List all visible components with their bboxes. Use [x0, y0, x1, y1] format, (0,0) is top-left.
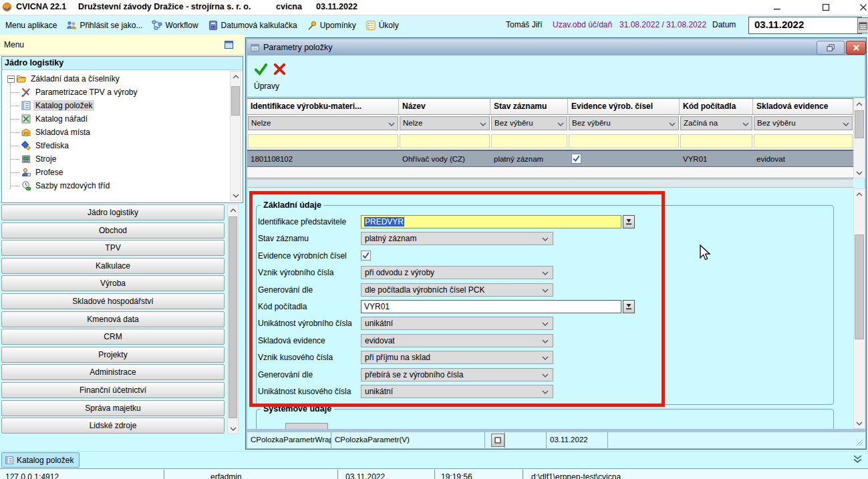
form-scrollbar[interactable]	[853, 188, 865, 429]
lookup-button-identifikace-predstavitele[interactable]	[623, 215, 635, 228]
module-button-projekty[interactable]: Projekty	[1, 347, 225, 363]
filter-combo-stav-zaznamu[interactable]: Bez výběru	[491, 116, 567, 130]
system-data-partial-button[interactable]	[285, 423, 328, 429]
menu-panel-icon[interactable]	[223, 39, 235, 50]
module-button-kalkulace[interactable]: Kalkulace	[1, 258, 225, 274]
field-label-evidence-vyrobnich-cisel: Evidence výrobních čísel	[258, 251, 347, 261]
field-unikatnost-kusoveho-cisla[interactable]: unikátní	[361, 385, 553, 398]
minimize-button[interactable]	[767, 1, 787, 13]
maximize-button[interactable]	[816, 1, 836, 13]
date-input[interactable]: 03.11.2022	[748, 17, 862, 34]
scroll-down-icon[interactable]	[854, 168, 865, 178]
mdi-restore-button[interactable]	[817, 41, 845, 55]
module-button-skladove-hospodarstvi[interactable]: Skladové hospodářství	[1, 293, 225, 309]
mdi-statusbar: CPolozkaParametrWrapper CPolozkaParametr…	[247, 432, 865, 448]
tree-scrollbar-thumb[interactable]	[231, 86, 240, 116]
field-stav-zaznamu[interactable]: platný záznam	[361, 232, 553, 245]
double-chevron-down-icon[interactable]	[853, 454, 863, 464]
chevron-down-icon	[669, 122, 676, 126]
statusbar-square-button[interactable]	[491, 434, 504, 447]
module-button-crm[interactable]: CRM	[1, 329, 225, 345]
horizontal-splitter[interactable]	[247, 179, 853, 188]
minimize-icon	[773, 3, 781, 11]
filter-combo-kod-pocitadla[interactable]: Začíná na	[680, 116, 752, 130]
module-button-obchod[interactable]: Obchod	[1, 222, 225, 238]
search-input-skladova-evidence[interactable]	[754, 134, 853, 148]
search-input-evidence-vyrob-cisel[interactable]	[569, 134, 679, 148]
cancel-x-button[interactable]	[273, 62, 287, 76]
filter-combo-skladova-evidence[interactable]: Bez výběru	[754, 116, 853, 130]
field-evidence-vyrobnich-cisel[interactable]	[361, 251, 371, 261]
scroll-up-icon[interactable]	[231, 71, 241, 82]
column-header-stav-zaznamu[interactable]: Stav záznamu	[490, 99, 568, 114]
connection-statusbar: 127.0.0.1:4912erfadmin03.11.202219:19:56…	[0, 468, 868, 479]
field-kod-pocitadla[interactable]: VYR01	[361, 300, 621, 313]
modules-scrollbar-thumb[interactable]	[229, 216, 237, 418]
login-as-button[interactable]: Přihlásit se jako...	[65, 19, 144, 32]
column-header-kod-pocitadla[interactable]: Kód počítadla	[680, 99, 753, 114]
search-input-kod-pocitadla[interactable]	[680, 134, 752, 148]
module-button-administrace[interactable]: Administrace	[1, 364, 225, 380]
taskbar-tab-katalog-polozek[interactable]: Katalog položek	[1, 452, 80, 468]
module-button-lidske-zdroje[interactable]: Lidské zdroje	[1, 418, 225, 434]
field-identifikace-predstavitele[interactable]: PREDVYR	[361, 215, 621, 228]
close-x-icon	[852, 44, 861, 51]
restore-icon	[826, 43, 836, 52]
field-vznik-vyrobniho-cisla[interactable]: při odvodu z výroby	[361, 266, 553, 279]
scroll-up-icon[interactable]	[228, 205, 238, 215]
module-button-jadro-logistiky[interactable]: Jádro logistiky	[1, 204, 225, 220]
search-input-identifikace-vyrobku-materi[interactable]	[248, 134, 398, 148]
field-skladova-evidence[interactable]: evidovat	[361, 334, 553, 347]
scroll-down-icon[interactable]	[231, 190, 241, 200]
machine-icon	[21, 154, 31, 164]
module-button-sprava-majetku[interactable]: Správa majetku	[1, 400, 225, 416]
column-header-nazev[interactable]: Název	[399, 99, 490, 114]
search-input-nazev[interactable]	[400, 134, 490, 148]
filter-combo-evidence-vyrob-cisel[interactable]: Bez výběru	[569, 116, 679, 130]
column-header-evidence-vyrob-cisel[interactable]: Evidence výrob. čísel	[568, 99, 680, 114]
filter-combo-identifikace-vyrobku-materi[interactable]: Nelze	[248, 116, 398, 130]
search-input-stav-zaznamu[interactable]	[491, 134, 567, 148]
workflow-button[interactable]: Workflow	[150, 19, 199, 32]
column-header-skladova-evidence[interactable]: Skladová evidence	[753, 99, 853, 114]
scroll-up-icon[interactable]	[854, 99, 865, 109]
row-checkbox[interactable]	[571, 154, 581, 164]
tasks-button-label: Úkoly	[379, 21, 399, 30]
statusbar-filler	[608, 432, 865, 448]
lookup-button-kod-pocitadla[interactable]	[623, 300, 635, 313]
reminders-button[interactable]: Upomínky	[305, 19, 357, 32]
date-calculator-button-label: Datumová kalkulačka	[221, 21, 297, 30]
field-vznik-kusoveho-cisla[interactable]: při příjmu na sklad	[361, 351, 553, 364]
resize-grip-icon[interactable]	[855, 438, 863, 446]
modules-scrollbar[interactable]	[227, 204, 239, 434]
tasks-button[interactable]: Úkoly	[364, 19, 400, 32]
module-button-vyroba[interactable]: Výroba	[1, 275, 225, 291]
table-row[interactable]: 1801108102Ohřívač vody (CZ)platný záznam…	[247, 150, 853, 167]
scroll-down-icon[interactable]	[854, 418, 865, 428]
confirm-check-button[interactable]	[254, 62, 268, 76]
form-scrollbar-thumb[interactable]	[855, 234, 864, 339]
table-scrollbar[interactable]	[853, 98, 865, 178]
field-generovani-dle-kusoveho[interactable]: přebírá se z výrobního čísla	[361, 368, 553, 381]
date-calculator-button[interactable]: Datumová kalkulačka	[206, 19, 299, 32]
mdi-close-button[interactable]	[846, 41, 866, 55]
column-header-identifikace-vyrobku-materi[interactable]: Identifikace výrobku-materi...	[247, 99, 399, 114]
statusbar-empty-cell	[505, 432, 547, 448]
tree-expander-icon[interactable]	[7, 75, 15, 83]
tree-scrollbar[interactable]	[230, 71, 241, 201]
mdi-titlebar[interactable]: Parametry položky	[247, 39, 865, 55]
close-button[interactable]	[853, 1, 868, 13]
scroll-up-icon[interactable]	[854, 189, 865, 199]
menu-aplikace-button[interactable]: Menu aplikace	[4, 19, 58, 31]
table-scrollbar-thumb[interactable]	[855, 110, 864, 138]
scroll-down-icon[interactable]	[228, 424, 238, 434]
field-unikatnost-vyrobniho-cisla[interactable]: unikátní	[361, 317, 553, 330]
module-button-kmenova-data[interactable]: Kmenová data	[1, 311, 225, 327]
field-generovani-dle-vyrobniho[interactable]: dle počítadla výrobních čísel PCK	[361, 283, 553, 297]
statusbar-separator	[523, 470, 523, 479]
table-header-row: Identifikace výrobku-materi...NázevStav …	[247, 98, 853, 115]
module-button-financni-ucetnictvi[interactable]: Finanční účetnictví	[1, 382, 225, 398]
calendar-button[interactable]	[857, 17, 868, 33]
module-button-tpv[interactable]: TPV	[1, 240, 225, 256]
filter-combo-nazev[interactable]: Nelze	[400, 116, 490, 130]
